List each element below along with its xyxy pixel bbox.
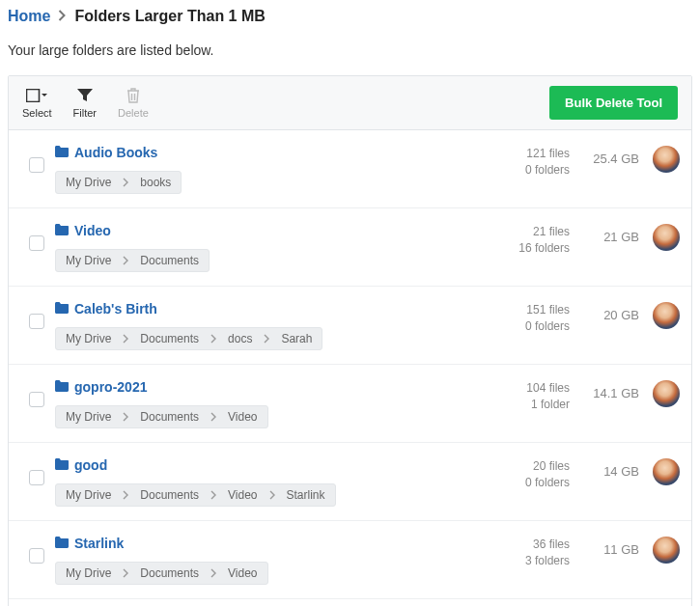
- select-label: Select: [22, 107, 52, 119]
- folder-name-link[interactable]: Caleb's Birth: [74, 301, 157, 317]
- owner-avatar[interactable]: [653, 537, 680, 564]
- toolbar: Select Filter Delete Bulk Delete Tool: [9, 76, 691, 130]
- folder-size: 11 GB: [570, 535, 639, 557]
- filter-tool[interactable]: Filter: [73, 87, 97, 119]
- row-checkbox[interactable]: [29, 235, 44, 251]
- folders-count: 16 folders: [492, 240, 570, 257]
- filter-label: Filter: [73, 107, 97, 119]
- folder-name-link[interactable]: Starlink: [74, 536, 124, 551]
- path-segment[interactable]: Documents: [130, 254, 209, 267]
- path-segment[interactable]: My Drive: [56, 176, 121, 189]
- files-count: 20 files: [492, 458, 570, 475]
- folder-icon: [55, 144, 69, 161]
- folders-count: 0 folders: [492, 318, 570, 335]
- folder-row: gopro-2021My DriveDocumentsVideo104 file…: [9, 365, 691, 443]
- path-segment[interactable]: Video: [218, 410, 266, 424]
- path-segment[interactable]: My Drive: [56, 254, 121, 267]
- path-segment[interactable]: Starlink: [277, 488, 335, 502]
- owner-avatar[interactable]: [653, 302, 680, 329]
- path-segment[interactable]: Documents: [130, 332, 209, 345]
- folder-icon: [55, 456, 69, 474]
- owner-avatar[interactable]: [653, 224, 680, 251]
- path-segment[interactable]: docs: [218, 332, 262, 345]
- folder-name-link[interactable]: good: [74, 457, 107, 473]
- folder-icon: [55, 222, 69, 239]
- folder-row: Caleb's BirthMy DriveDocumentsdocsSarah1…: [9, 287, 691, 365]
- chevron-right-icon: [262, 334, 271, 344]
- folder-stats: 151 files0 folders: [492, 300, 570, 335]
- row-checkbox[interactable]: [29, 157, 44, 173]
- path-segment[interactable]: Sarah: [271, 332, 322, 345]
- path-segment[interactable]: Video: [218, 566, 266, 580]
- row-checkbox[interactable]: [29, 548, 44, 564]
- row-checkbox[interactable]: [29, 314, 44, 329]
- row-checkbox[interactable]: [29, 392, 44, 407]
- folder-size: 14 GB: [570, 456, 639, 479]
- folder-path: My DriveDocumentsdocsSarah: [55, 327, 322, 350]
- path-segment[interactable]: Video: [218, 488, 266, 502]
- files-count: 21 files: [492, 224, 570, 240]
- folder-path: My DriveDocumentsVideo: [55, 562, 268, 585]
- svg-rect-0: [27, 90, 40, 102]
- delete-tool[interactable]: Delete: [118, 87, 149, 119]
- chevron-right-icon: [121, 256, 130, 265]
- folder-icon: [55, 535, 69, 552]
- path-segment[interactable]: Documents: [130, 410, 209, 424]
- path-segment[interactable]: My Drive: [56, 566, 121, 580]
- folder-stats: 121 files0 folders: [492, 144, 570, 179]
- delete-label: Delete: [118, 107, 149, 119]
- folder-path: My DriveDocumentsVideo: [55, 405, 268, 428]
- folder-size: 20 GB: [570, 300, 639, 322]
- path-segment[interactable]: My Drive: [56, 488, 121, 502]
- chevron-right-icon: [209, 568, 218, 578]
- folder-icon: [55, 378, 69, 396]
- results-panel: Select Filter Delete Bulk Delete Tool Au…: [8, 75, 692, 606]
- path-segment[interactable]: My Drive: [56, 410, 121, 424]
- owner-avatar[interactable]: [653, 458, 680, 485]
- folder-name-link[interactable]: Video: [74, 223, 111, 238]
- files-count: 151 files: [492, 302, 570, 318]
- files-count: 121 files: [492, 146, 570, 162]
- chevron-right-icon: [121, 490, 130, 500]
- path-segment[interactable]: Documents: [130, 566, 209, 580]
- select-tool[interactable]: Select: [22, 87, 52, 119]
- chevron-right-icon: [209, 334, 218, 344]
- chevron-right-icon: [121, 568, 130, 578]
- breadcrumb-current: Folders Larger Than 1 MB: [74, 8, 265, 25]
- folder-row: goodMy DriveDocumentsVideoStarlink20 fil…: [9, 443, 691, 521]
- checkbox-dropdown-icon: [26, 87, 47, 104]
- breadcrumb-home[interactable]: Home: [8, 8, 50, 25]
- folder-icon: [55, 300, 69, 317]
- folder-stats: 21 files16 folders: [492, 222, 570, 257]
- chevron-right-icon: [209, 490, 218, 500]
- chevron-right-icon: [121, 334, 130, 344]
- folders-count: 3 folders: [492, 553, 570, 569]
- folder-stats: 36 files3 folders: [492, 535, 570, 569]
- trash-icon: [126, 87, 140, 104]
- bulk-delete-button[interactable]: Bulk Delete Tool: [549, 86, 678, 120]
- filter-icon: [77, 87, 93, 104]
- owner-avatar[interactable]: [653, 380, 680, 407]
- chevron-right-icon: [267, 490, 277, 500]
- folder-row: Audio BooksMy Drivebooks121 files0 folde…: [9, 130, 691, 208]
- chevron-right-icon: [121, 412, 130, 422]
- folder-row: StarlinkMy DriveDocumentsVideo36 files3 …: [9, 521, 691, 599]
- chevron-right-icon: [121, 178, 130, 187]
- folder-stats: 20 files0 folders: [492, 456, 570, 491]
- path-segment[interactable]: My Drive: [56, 332, 121, 345]
- owner-avatar[interactable]: [653, 146, 680, 173]
- folder-name-link[interactable]: gopro-2021: [74, 379, 147, 395]
- folder-name-link[interactable]: Audio Books: [74, 145, 157, 160]
- folders-count: 0 folders: [492, 475, 570, 491]
- breadcrumb: Home Folders Larger Than 1 MB: [0, 0, 700, 31]
- folder-stats: 104 files1 folder: [492, 378, 570, 413]
- chevron-right-icon: [58, 8, 67, 25]
- path-segment[interactable]: books: [130, 176, 181, 189]
- folder-path: My Drivebooks: [55, 171, 182, 194]
- page-subtitle: Your large folders are listed below.: [0, 31, 700, 75]
- files-count: 36 files: [492, 537, 570, 553]
- folder-size: 14.1 GB: [570, 378, 639, 400]
- path-segment[interactable]: Documents: [130, 488, 209, 502]
- row-checkbox[interactable]: [29, 470, 44, 485]
- folder-row: Annabelle PianoMy DriveDocumentsVideo10 …: [9, 599, 691, 606]
